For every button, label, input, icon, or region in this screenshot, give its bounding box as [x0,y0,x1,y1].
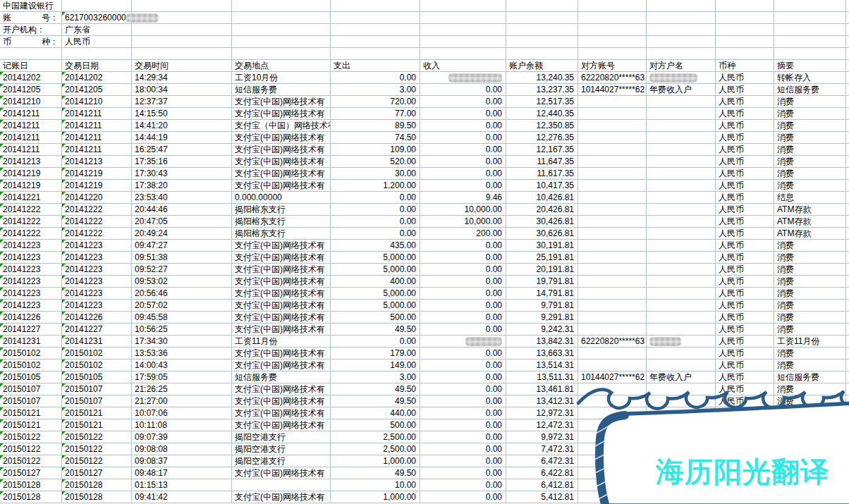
cell-debit[interactable]: 109.00 [331,144,420,156]
cell-txn-date[interactable]: 20141226 [62,312,132,324]
cell-txn-place[interactable]: 工资10月份 [232,72,331,84]
cell-memo[interactable] [774,419,846,431]
cell-counterparty-name[interactable] [647,216,716,228]
cell-memo[interactable]: 工资11月份 [774,336,846,348]
cell-credit[interactable]: 0.00 [420,348,506,359]
cell-posting-date[interactable]: 20141223 [0,276,62,288]
cell-credit[interactable]: 0.00 [420,479,506,491]
cell-edge[interactable] [846,180,849,192]
cell-memo[interactable]: 消费 [774,108,846,120]
cell-currency[interactable]: 人民币 [716,395,774,407]
cell-edge[interactable] [846,336,849,348]
cell-debit[interactable] [331,48,420,60]
cell-counterparty-account[interactable] [578,96,647,108]
cell-counterparty-name[interactable] [647,491,716,503]
cell-credit[interactable]: 0.00 [420,395,506,407]
cell-memo[interactable]: 消费 [774,96,846,108]
cell-txn-date[interactable]: 20150107 [62,395,132,407]
cell-counterparty-account[interactable] [578,443,647,455]
cell-credit[interactable]: 10,000.00 [420,216,506,228]
cell-txn-time[interactable]: 09:07:39 [132,431,232,443]
cell-txn-time[interactable]: 09:08:08 [132,443,232,455]
cell-txn-date[interactable]: 20141223 [62,300,132,312]
cell-memo[interactable]: ATM存款 [774,204,846,216]
cell-counterparty-name[interactable] [647,36,716,48]
cell-posting-date[interactable]: 账号： [0,12,62,24]
cell-txn-date[interactable]: 20150102 [62,348,132,359]
cell-txn-date[interactable]: 广东省 [62,24,132,36]
cell-edge[interactable] [846,84,849,96]
cell-counterparty-account[interactable] [578,312,647,324]
cell-txn-place[interactable]: 支付宝(中国)网络技术有 [232,132,331,144]
cell-txn-date[interactable]: 20141223 [62,264,132,276]
cell-counterparty-name[interactable] [647,156,716,168]
cell-txn-date[interactable]: 20150121 [62,407,132,419]
cell-posting-date[interactable]: 20141222 [0,204,62,216]
cell-counterparty-account[interactable] [578,144,647,156]
cell-edge[interactable] [846,48,849,60]
cell-edge[interactable] [846,479,849,491]
cell-posting-date[interactable]: 中国建设银行 [0,0,62,12]
cell-posting-date[interactable]: 20141223 [0,240,62,252]
cell-edge[interactable] [846,467,849,479]
cell-txn-time[interactable]: 21:27:00 [132,395,232,407]
cell-debit[interactable]: 49.50 [331,395,420,407]
cell-txn-time[interactable]: 20:57:02 [132,300,232,312]
cell-txn-time[interactable]: 20:44:46 [132,204,232,216]
cell-currency[interactable]: 人民币 [716,108,774,120]
cell-counterparty-name[interactable] [647,144,716,156]
cell-credit[interactable]: 0.00 [420,407,506,419]
column-header-txn-time[interactable]: 交易时间 [132,60,232,72]
cell-txn-date[interactable]: 20141220 [62,192,132,204]
cell-posting-date[interactable]: 20141222 [0,216,62,228]
cell-credit[interactable] [420,0,506,12]
cell-currency[interactable] [716,431,774,443]
cell-credit[interactable]: 0.00 [420,371,506,383]
cell-txn-date[interactable]: 20150127 [62,467,132,479]
cell-balance[interactable]: 10,426.81 [506,192,578,204]
cell-credit[interactable]: 0.00 [420,252,506,264]
cell-txn-time[interactable]: 10:11:08 [132,419,232,431]
cell-txn-place[interactable]: 支付宝(中国)网络技术有 [232,395,331,407]
cell-balance[interactable]: 6,472.31 [506,455,578,467]
cell-counterparty-name[interactable] [647,132,716,144]
cell-txn-time[interactable] [132,48,232,60]
cell-memo[interactable]: 消费 [774,252,846,264]
cell-txn-date[interactable]: 20141211 [62,132,132,144]
cell-debit[interactable]: 89.50 [331,120,420,132]
cell-edge[interactable] [846,288,849,300]
cell-txn-place[interactable] [232,36,331,48]
cell-currency[interactable] [716,48,774,60]
cell-balance[interactable]: 12,167.35 [506,144,578,156]
cell-credit[interactable]: 0.00 [420,359,506,371]
cell-balance[interactable]: 6,422.81 [506,467,578,479]
cell-txn-date[interactable]: 20141213 [62,156,132,168]
cell-debit[interactable]: 440.00 [331,407,420,419]
cell-currency[interactable] [716,0,774,12]
cell-txn-time[interactable]: 12:37:37 [132,96,232,108]
cell-counterparty-account[interactable] [578,288,647,300]
column-header-txn-place[interactable]: 交易地点 [232,60,331,72]
cell-debit[interactable]: 49.50 [331,467,420,479]
cell-counterparty-name[interactable] [647,96,716,108]
cell-txn-place[interactable]: 支付宝(中国)网络技术有 [232,348,331,359]
cell-edge[interactable] [846,24,849,36]
cell-counterparty-account[interactable] [578,240,647,252]
cell-balance[interactable]: 9,791.81 [506,300,578,312]
cell-txn-time[interactable]: 09:41:42 [132,491,232,503]
cell-debit[interactable]: 77.00 [331,108,420,120]
cell-posting-date[interactable]: 20141219 [0,180,62,192]
cell-txn-place[interactable]: 工资11月份 [232,336,331,348]
cell-currency[interactable]: 人民币 [716,336,774,348]
cell-balance[interactable]: 12,472.31 [506,419,578,431]
cell-counterparty-name[interactable] [647,324,716,336]
cell-txn-date[interactable] [62,0,132,12]
cell-txn-time[interactable]: 09:51:38 [132,252,232,264]
cell-currency[interactable] [716,12,774,24]
cell-memo[interactable]: 消费 [774,132,846,144]
cell-counterparty-name[interactable] [647,431,716,443]
cell-debit[interactable]: 179.00 [331,348,420,359]
cell-txn-time[interactable]: 20:49:24 [132,228,232,240]
cell-balance[interactable]: 20,191.81 [506,264,578,276]
column-header-currency[interactable]: 币种 [716,60,774,72]
